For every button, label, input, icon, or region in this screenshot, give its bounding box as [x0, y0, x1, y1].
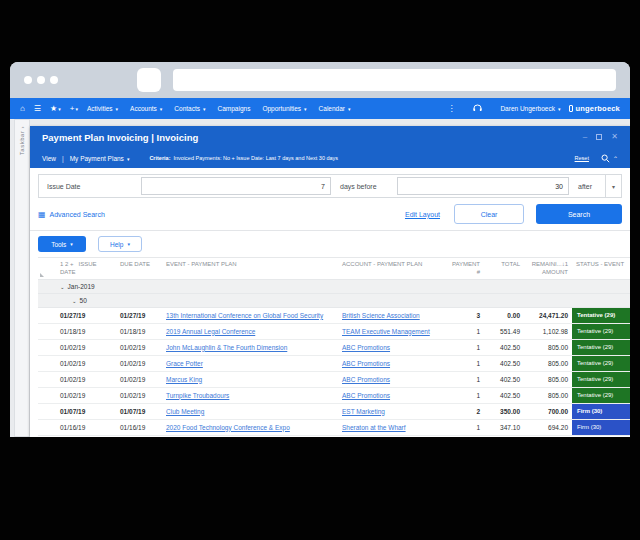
column-header[interactable]: ACCOUNT - PAYMENT PLAN: [338, 258, 444, 280]
account-link[interactable]: TEAM Executive Management: [342, 328, 430, 335]
event-link[interactable]: 2020 Food Technology Conference & Expo: [162, 419, 338, 435]
account-link[interactable]: British Science Association: [342, 312, 420, 319]
status-badge[interactable]: Tentative (29): [572, 323, 630, 339]
status-badge[interactable]: Firm (30): [572, 419, 630, 435]
minimize-icon[interactable]: –: [583, 133, 587, 141]
advanced-search-link[interactable]: ▦ Advanced Search: [38, 210, 105, 219]
event-link[interactable]: Club Meeting: [166, 408, 204, 415]
group-row[interactable]: ⌄50: [38, 293, 630, 307]
cell-remaining-amount: 694.20: [524, 419, 572, 435]
event-link[interactable]: Grace Potter: [162, 355, 338, 371]
column-header[interactable]: 1 2 +ISSUE DATE: [56, 258, 116, 280]
table-row[interactable]: 01/18/1901/18/192019 Annual Legal Confer…: [38, 323, 630, 339]
table-row[interactable]: 01/02/1901/02/19John McLaughlin & The Fo…: [38, 339, 630, 355]
event-link[interactable]: Grace Potter: [166, 360, 203, 367]
status-badge[interactable]: Tentative (29): [572, 371, 630, 387]
account-link[interactable]: ABC Promotions: [338, 339, 444, 355]
address-bar[interactable]: [173, 69, 616, 91]
account-link[interactable]: ABC Promotions: [338, 355, 444, 371]
cell-remaining-amount: 1,102.98: [524, 323, 572, 339]
column-header[interactable]: REMAINI...↓1 AMOUNT: [524, 258, 572, 280]
event-link[interactable]: Turnpike Troubadours: [166, 392, 229, 399]
window-control-dot[interactable]: [50, 76, 58, 84]
status-badge[interactable]: Tentative (29): [572, 339, 630, 355]
window-control-dot[interactable]: [24, 76, 32, 84]
column-header[interactable]: EVENT - PAYMENT PLAN: [162, 258, 338, 280]
grouping-level-buttons[interactable]: 1 2 +: [60, 261, 74, 267]
account-link[interactable]: ABC Promotions: [342, 344, 390, 351]
status-badge[interactable]: Tentative (29): [572, 387, 630, 403]
support-headset-icon[interactable]: [473, 104, 482, 114]
cell-payment-number: 2: [444, 403, 484, 419]
account-link[interactable]: EST Marketing: [338, 403, 444, 419]
column-header[interactable]: DUE DATE: [116, 258, 162, 280]
event-link[interactable]: Turnpike Troubadours: [162, 387, 338, 403]
account-link[interactable]: ABC Promotions: [342, 376, 390, 383]
window-control-dot[interactable]: [37, 76, 45, 84]
nav-menu-campaigns[interactable]: Campaigns: [218, 105, 251, 112]
table-row[interactable]: 01/16/1901/16/192020 Food Technology Con…: [38, 419, 630, 435]
table-row[interactable]: 01/02/1901/02/19Marcus KingABC Promotion…: [38, 371, 630, 387]
event-link[interactable]: Club Meeting: [162, 403, 338, 419]
table-row[interactable]: 01/02/1901/02/19Turnpike TroubadoursABC …: [38, 387, 630, 403]
nav-menu-accounts[interactable]: Accounts▾: [130, 105, 162, 112]
event-link[interactable]: Marcus King: [162, 371, 338, 387]
close-icon[interactable]: ✕: [611, 133, 618, 141]
browser-tab[interactable]: [137, 68, 161, 92]
column-header[interactable]: PAYMENT #: [444, 258, 484, 280]
event-link[interactable]: John McLaughlin & The Fourth Dimension: [162, 339, 338, 355]
filter-dropdown-caret[interactable]: ▾: [605, 175, 621, 197]
account-link[interactable]: British Science Association: [338, 307, 444, 323]
maximize-icon[interactable]: [596, 134, 602, 140]
account-link[interactable]: EST Marketing: [342, 408, 385, 415]
view-selector-dropdown[interactable]: My Payment Plans▾: [70, 155, 130, 162]
hamburger-menu-icon[interactable]: ☰: [34, 105, 41, 113]
help-button[interactable]: Help▾: [98, 236, 142, 252]
cell-due-date: 01/27/19: [116, 307, 162, 323]
edit-layout-link[interactable]: Edit Layout: [405, 211, 440, 218]
view-label: View: [42, 155, 56, 162]
days-after-input[interactable]: 30: [397, 177, 569, 195]
event-link[interactable]: John McLaughlin & The Fourth Dimension: [166, 344, 287, 351]
nav-menu-contacts[interactable]: Contacts▾: [174, 105, 205, 112]
user-menu[interactable]: Daren Ungerboeck▾: [500, 105, 560, 112]
days-before-input[interactable]: 7: [141, 177, 331, 195]
event-link[interactable]: Marcus King: [166, 376, 202, 383]
more-options-icon[interactable]: ⋮: [447, 105, 455, 113]
account-link[interactable]: ABC Promotions: [342, 360, 390, 367]
search-actions-row: ▦ Advanced Search Edit Layout Clear Sear…: [38, 204, 622, 224]
account-link[interactable]: ABC Promotions: [338, 371, 444, 387]
event-link[interactable]: 13th International Conference on Global …: [166, 312, 323, 319]
table-row[interactable]: 01/02/1901/02/19Grace PotterABC Promotio…: [38, 355, 630, 371]
table-row[interactable]: 01/07/1901/07/19Club MeetingEST Marketin…: [38, 403, 630, 419]
search-toggle[interactable]: ⌃: [601, 154, 618, 163]
clear-button[interactable]: Clear: [454, 204, 524, 224]
status-badge[interactable]: Tentative (29): [572, 355, 630, 371]
taskbar-panel[interactable]: Taskbar ›: [14, 119, 30, 437]
search-button[interactable]: Search: [536, 204, 622, 224]
nav-menu-calendar[interactable]: Calendar▾: [319, 105, 351, 112]
event-link[interactable]: 13th International Conference on Global …: [162, 307, 338, 323]
event-link[interactable]: 2020 Food Technology Conference & Expo: [166, 424, 290, 431]
column-header[interactable]: TOTAL: [484, 258, 524, 280]
home-icon[interactable]: ⌂: [20, 105, 25, 113]
table-row[interactable]: 01/27/1901/27/1913th International Confe…: [38, 307, 630, 323]
account-link[interactable]: ABC Promotions: [342, 392, 390, 399]
add-new-icon[interactable]: +▾: [70, 105, 78, 113]
reset-link[interactable]: Reset: [575, 155, 589, 161]
favorites-star-icon[interactable]: ★▾: [50, 105, 61, 113]
tools-button[interactable]: Tools▾: [38, 236, 86, 252]
column-header[interactable]: STATUS - EVENT: [572, 258, 630, 280]
account-link[interactable]: Sheraton at the Wharf: [338, 419, 444, 435]
account-link[interactable]: ABC Promotions: [338, 387, 444, 403]
status-badge[interactable]: Firm (30): [572, 403, 630, 419]
nav-menu-opportunities[interactable]: Opportunities▾: [262, 105, 306, 112]
column-header[interactable]: [38, 258, 56, 280]
account-link[interactable]: Sheraton at the Wharf: [342, 424, 406, 431]
nav-menu-activities[interactable]: Activities▾: [87, 105, 118, 112]
event-link[interactable]: 2019 Annual Legal Conference: [162, 323, 338, 339]
account-link[interactable]: TEAM Executive Management: [338, 323, 444, 339]
group-row[interactable]: ⌄Jan-2019: [38, 279, 630, 293]
event-link[interactable]: 2019 Annual Legal Conference: [166, 328, 255, 335]
status-badge[interactable]: Tentative (29): [572, 307, 630, 323]
